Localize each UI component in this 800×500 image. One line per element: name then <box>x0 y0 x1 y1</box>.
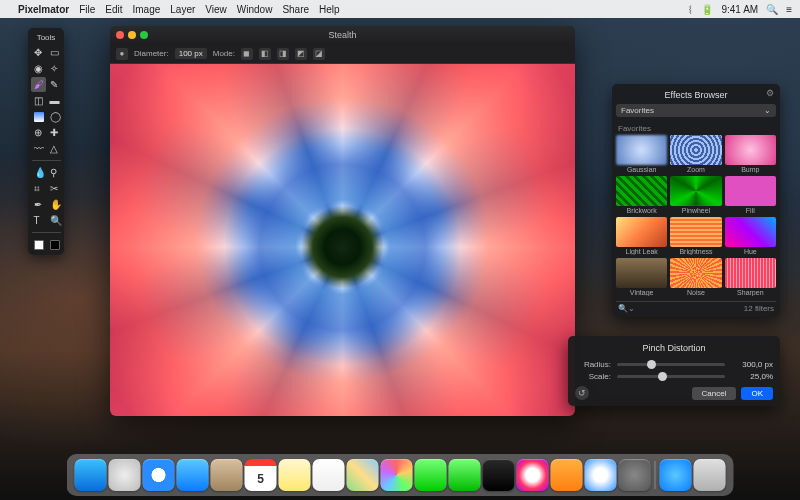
effect-noise[interactable]: Noise <box>670 258 721 296</box>
mode-flow-icon[interactable]: ◪ <box>313 48 325 60</box>
fill-tool[interactable]: ▬ <box>47 93 62 108</box>
effect-label: Hue <box>725 247 776 255</box>
effect-label: Zoom <box>670 165 721 173</box>
dock-safari-icon[interactable] <box>143 459 175 491</box>
dock-messages-icon[interactable] <box>415 459 447 491</box>
gradient-tool[interactable] <box>31 109 46 124</box>
wifi-icon[interactable]: ⧙ <box>688 4 693 15</box>
slice-tool[interactable]: ✂ <box>47 181 62 196</box>
dock-reminders-icon[interactable] <box>313 459 345 491</box>
hand-tool[interactable]: ✋ <box>47 197 62 212</box>
effects-search-field[interactable]: 🔍⌄ <box>618 304 635 313</box>
menu-file[interactable]: File <box>79 4 95 15</box>
pencil-tool[interactable]: ✎ <box>47 77 62 92</box>
eraser-tool[interactable]: ◫ <box>31 93 46 108</box>
smudge-tool[interactable]: 〰 <box>31 141 46 156</box>
background-color[interactable] <box>47 237 62 252</box>
pen-tool[interactable]: ✒ <box>31 197 46 212</box>
effect-zoom[interactable]: Zoom <box>670 135 721 173</box>
effect-brickwork[interactable]: Brickwork <box>616 176 667 214</box>
mode-behind-icon[interactable]: ◧ <box>259 48 271 60</box>
mode-label: Mode: <box>213 49 235 58</box>
notification-center-icon[interactable]: ≡ <box>786 4 792 15</box>
move-tool[interactable]: ✥ <box>31 45 46 60</box>
battery-icon[interactable]: 🔋 <box>701 4 713 15</box>
spotlight-icon[interactable]: 🔍 <box>766 4 778 15</box>
effect-sharpen[interactable]: Sharpen <box>725 258 776 296</box>
effect-bump[interactable]: Bump <box>725 135 776 173</box>
heal-tool[interactable]: ✚ <box>47 125 62 140</box>
mode-lock-icon[interactable]: ◩ <box>295 48 307 60</box>
dock-preferences-icon[interactable] <box>619 459 651 491</box>
sharpen-tool[interactable]: △ <box>47 141 62 156</box>
crop-tool[interactable]: ⌗ <box>31 181 46 196</box>
effect-pinwheel[interactable]: Pinwheel <box>670 176 721 214</box>
type-tool[interactable]: T <box>31 213 46 228</box>
magic-wand-tool[interactable]: ✧ <box>47 61 62 76</box>
blur-tool[interactable]: 💧 <box>31 165 46 180</box>
lasso-tool[interactable]: ◉ <box>31 61 46 76</box>
dock-appstore-icon[interactable] <box>585 459 617 491</box>
tools-separator-2 <box>32 232 61 233</box>
dock-launchpad-icon[interactable] <box>109 459 141 491</box>
menu-view[interactable]: View <box>205 4 227 15</box>
close-button[interactable] <box>116 31 124 39</box>
dock-facetime-icon[interactable] <box>449 459 481 491</box>
tools-palette[interactable]: Tools ✥ ▭ ◉ ✧ 🖌 ✎ ◫ ▬ ◯ ⊕ ✚ 〰 △ 💧 ⚲ ⌗ ✂ … <box>28 28 64 255</box>
mode-normal-icon[interactable]: ◼ <box>241 48 253 60</box>
document-window[interactable]: Stealth ● Diameter: 100 px Mode: ◼ ◧ ◨ ◩… <box>110 26 575 416</box>
diameter-field[interactable]: 100 px <box>175 48 207 59</box>
gear-icon[interactable]: ⚙ <box>766 88 774 98</box>
dock-pixelmator-icon[interactable] <box>483 459 515 491</box>
effect-fill[interactable]: Fill <box>725 176 776 214</box>
fullscreen-button[interactable] <box>140 31 148 39</box>
dock[interactable]: 5 <box>67 454 734 496</box>
effect-thumb <box>616 176 667 206</box>
dock-maps-icon[interactable] <box>347 459 379 491</box>
reset-button[interactable]: ↺ <box>575 386 589 400</box>
ok-button[interactable]: OK <box>741 387 773 400</box>
menu-share[interactable]: Share <box>282 4 309 15</box>
menu-help[interactable]: Help <box>319 4 340 15</box>
dock-notes-icon[interactable] <box>279 459 311 491</box>
dock-calendar-icon[interactable]: 5 <box>245 459 277 491</box>
menu-edit[interactable]: Edit <box>105 4 122 15</box>
effect-gaussian[interactable]: Gaussian <box>616 135 667 173</box>
effect-vintage[interactable]: Vintage <box>616 258 667 296</box>
dock-finder-icon[interactable] <box>75 459 107 491</box>
cancel-button[interactable]: Cancel <box>692 387 737 400</box>
menu-image[interactable]: Image <box>133 4 161 15</box>
clone-tool[interactable]: ⊕ <box>31 125 46 140</box>
menu-layer[interactable]: Layer <box>170 4 195 15</box>
selection-tool[interactable]: ▭ <box>47 45 62 60</box>
dock-photos-icon[interactable] <box>381 459 413 491</box>
effects-category-dropdown[interactable]: Favorites ⌄ <box>616 104 776 117</box>
dock-ibooks-icon[interactable] <box>551 459 583 491</box>
shape-tool[interactable]: ◯ <box>47 109 62 124</box>
effect-brightness[interactable]: Brightness <box>670 217 721 255</box>
menu-window[interactable]: Window <box>237 4 273 15</box>
pinch-distortion-panel[interactable]: Pinch Distortion Radius: 300,0 px Scale:… <box>568 336 780 406</box>
clock[interactable]: 9:41 AM <box>721 4 758 15</box>
eyedropper-tool[interactable]: ⚲ <box>47 165 62 180</box>
zoom-tool[interactable]: 🔍 <box>47 213 62 228</box>
brush-preset-icon[interactable]: ● <box>116 48 128 60</box>
effect-hue[interactable]: Hue <box>725 217 776 255</box>
dock-trash-icon[interactable] <box>694 459 726 491</box>
foreground-color[interactable] <box>31 237 46 252</box>
dock-itunes-icon[interactable] <box>517 459 549 491</box>
mode-erase-icon[interactable]: ◨ <box>277 48 289 60</box>
dock-contacts-icon[interactable] <box>211 459 243 491</box>
titlebar[interactable]: Stealth <box>110 26 575 44</box>
effect-label: Sharpen <box>725 288 776 296</box>
canvas[interactable] <box>110 64 575 416</box>
scale-slider[interactable] <box>617 375 725 378</box>
minimize-button[interactable] <box>128 31 136 39</box>
dock-downloads-icon[interactable] <box>660 459 692 491</box>
effect-light-leak[interactable]: Light Leak <box>616 217 667 255</box>
radius-slider[interactable] <box>617 363 725 366</box>
dock-mail-icon[interactable] <box>177 459 209 491</box>
app-menu[interactable]: Pixelmator <box>18 4 69 15</box>
effects-browser-panel[interactable]: Effects Browser ⚙ Favorites ⌄ Favorites … <box>612 84 780 317</box>
brush-tool[interactable]: 🖌 <box>31 77 46 92</box>
